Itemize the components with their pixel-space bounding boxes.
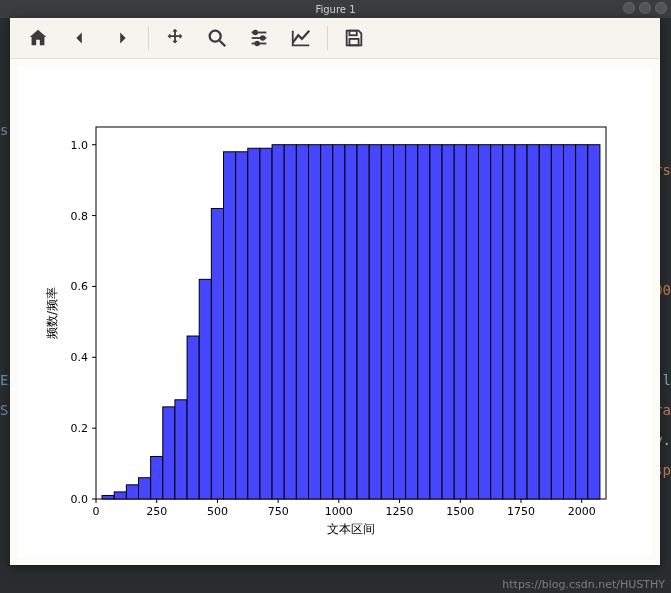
x-tick-label: 1000 (325, 505, 353, 518)
bar (527, 145, 539, 499)
window-minimize-button[interactable] (623, 2, 635, 14)
x-tick-label: 0 (93, 505, 100, 518)
bar (551, 145, 563, 499)
arrow-right-icon (111, 27, 133, 49)
y-tick-label: 0.0 (71, 493, 89, 506)
figure-window: 0250500750100012501500175020000.00.20.40… (10, 18, 660, 565)
save-button[interactable] (334, 21, 374, 55)
home-icon (27, 27, 49, 49)
home-button[interactable] (18, 21, 58, 55)
svg-rect-8 (349, 31, 356, 36)
svg-point-0 (210, 31, 221, 42)
back-button[interactable] (60, 21, 100, 55)
bar (454, 145, 466, 499)
bar (260, 148, 272, 499)
x-tick-label: 500 (207, 505, 228, 518)
x-tick-label: 2000 (568, 505, 596, 518)
arrow-left-icon (69, 27, 91, 49)
bar (381, 145, 393, 499)
bar (248, 148, 260, 499)
bar (126, 485, 138, 499)
svg-rect-9 (349, 39, 358, 45)
bar (296, 145, 308, 499)
bar (442, 145, 454, 499)
pan-button[interactable] (155, 21, 195, 55)
zoom-icon (206, 27, 228, 49)
bar (345, 145, 357, 499)
move-icon (164, 27, 186, 49)
x-tick-label: 1750 (507, 505, 535, 518)
bar (406, 145, 418, 499)
bar (321, 145, 333, 499)
y-tick-label: 0.6 (71, 280, 89, 293)
bar (284, 145, 296, 499)
bar (151, 456, 163, 499)
y-tick-label: 0.4 (71, 351, 89, 364)
bar (466, 145, 478, 499)
bar (309, 145, 321, 499)
svg-point-6 (261, 36, 265, 40)
configure-button[interactable] (239, 21, 279, 55)
bar (564, 145, 576, 499)
bar (139, 478, 151, 499)
bar (114, 492, 126, 499)
x-tick-label: 750 (268, 505, 289, 518)
svg-line-1 (220, 41, 226, 47)
bar (576, 145, 588, 499)
plot-canvas[interactable]: 0250500750100012501500175020000.00.20.40… (18, 67, 652, 557)
bar (163, 407, 175, 499)
bar (175, 400, 187, 499)
bar (369, 145, 381, 499)
bar (418, 145, 430, 499)
x-tick-label: 1500 (446, 505, 474, 518)
chart-line-icon (290, 27, 312, 49)
bar (224, 152, 236, 499)
bar (187, 336, 199, 499)
y-tick-label: 0.8 (71, 210, 89, 223)
bar (333, 145, 345, 499)
x-axis-label: 文本区间 (327, 522, 375, 536)
x-tick-label: 1250 (386, 505, 414, 518)
bar (272, 145, 284, 499)
forward-button[interactable] (102, 21, 142, 55)
sliders-icon (248, 27, 270, 49)
window-close-button[interactable] (655, 2, 667, 14)
bar (211, 208, 223, 499)
toolbar-separator (327, 26, 328, 50)
y-tick-label: 0.2 (71, 422, 89, 435)
save-icon (343, 27, 365, 49)
bar (479, 145, 491, 499)
bar (357, 145, 369, 499)
bar (199, 279, 211, 499)
x-tick-label: 250 (146, 505, 167, 518)
bar (102, 495, 114, 499)
bar (539, 145, 551, 499)
window-titlebar[interactable]: Figure 1 (0, 0, 671, 18)
toolbar-separator (148, 26, 149, 50)
svg-point-7 (255, 42, 259, 46)
y-axis-label: 频数/频率 (45, 287, 59, 339)
window-maximize-button[interactable] (639, 2, 651, 14)
bar (503, 145, 515, 499)
chart-svg: 0250500750100012501500175020000.00.20.40… (18, 67, 652, 557)
bar (491, 145, 503, 499)
window-title: Figure 1 (315, 4, 355, 15)
bar (430, 145, 442, 499)
bar (515, 145, 527, 499)
edit-button[interactable] (281, 21, 321, 55)
svg-point-5 (254, 31, 258, 35)
bar (394, 145, 406, 499)
y-tick-label: 1.0 (71, 139, 89, 152)
bar (588, 145, 600, 499)
zoom-button[interactable] (197, 21, 237, 55)
bar (236, 152, 248, 499)
mpl-toolbar (10, 18, 660, 59)
